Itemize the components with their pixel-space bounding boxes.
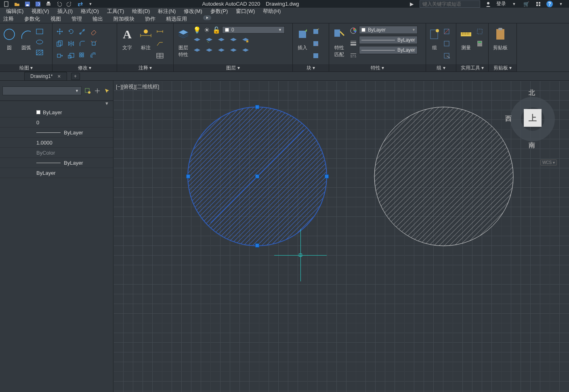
create-block-icon[interactable] (312, 27, 320, 36)
text-button[interactable]: A 文字 (119, 25, 136, 51)
ribbon-tab-param[interactable]: 参数化 (22, 15, 42, 23)
table-icon[interactable] (156, 52, 164, 60)
menu-draw[interactable]: 绘图(D) (132, 8, 150, 15)
qat-dropdown-icon[interactable]: ▼ (87, 1, 94, 7)
layer-thaw-icon[interactable] (217, 47, 225, 55)
group-button[interactable]: 组 (428, 25, 441, 51)
arc-button[interactable]: 圆弧 (19, 25, 34, 51)
match-properties-button[interactable]: 特性 匹配 (331, 25, 348, 58)
select-objects-icon[interactable] (103, 87, 111, 94)
viewcube[interactable]: 上 北 南 西 (508, 89, 557, 145)
save-icon[interactable] (24, 1, 31, 7)
menu-view[interactable]: 视图(V) (31, 8, 49, 15)
prop-row-lineweight[interactable]: ByLayer (0, 158, 113, 168)
leader-icon[interactable] (156, 27, 164, 36)
pickadd-icon[interactable] (94, 87, 101, 94)
new-icon[interactable] (3, 1, 10, 7)
viewcube-top-face[interactable]: 上 (524, 109, 542, 127)
mirror-icon[interactable] (67, 40, 75, 48)
dimension-button[interactable]: 标注 (137, 25, 154, 51)
calculator-icon[interactable] (476, 40, 484, 48)
layer-lock-icon[interactable]: 🔓 (212, 26, 220, 34)
palette-options-icon[interactable]: ▼ (0, 101, 113, 107)
grip-left[interactable] (186, 174, 190, 178)
white-circle[interactable] (373, 106, 514, 247)
block-attr-icon[interactable] (312, 52, 320, 60)
color-dropdown[interactable]: ByLayer▼ (359, 26, 418, 34)
share-icon[interactable]: ⇄ (77, 1, 83, 7)
fillet-icon[interactable] (78, 40, 86, 48)
cart-icon[interactable]: 🛒 (522, 1, 530, 7)
panel-block-title[interactable]: 块 ▾ (293, 64, 329, 71)
viewport-label[interactable]: [−][俯视][二维线框] (116, 83, 159, 90)
add-tab-button[interactable]: + (71, 73, 80, 80)
layer-sun-icon[interactable]: ☀ (203, 26, 211, 34)
prop-row-transparency[interactable]: ByLayer (0, 168, 113, 178)
ungroup-icon[interactable] (443, 27, 451, 36)
panel-properties-title[interactable]: 特性 ▾ (329, 64, 426, 71)
help-dropdown-icon[interactable]: ▼ (557, 1, 565, 7)
login-label[interactable]: 登录 (496, 0, 506, 7)
insert-block-button[interactable]: 插入 (294, 25, 311, 51)
rotate-icon[interactable] (67, 27, 75, 36)
search-play-icon[interactable]: ▶ (407, 1, 416, 7)
select-icon[interactable] (476, 27, 484, 36)
ribbon-tab-manage[interactable]: 管理 (69, 15, 84, 23)
login-dropdown-icon[interactable]: ▼ (510, 1, 518, 7)
menu-window[interactable]: 窗口(W) (236, 8, 255, 15)
group-edit-icon[interactable] (443, 40, 451, 48)
layer-off-icon[interactable] (193, 47, 201, 55)
close-tab-icon[interactable]: × (57, 73, 61, 80)
hatch-icon[interactable] (36, 48, 44, 57)
layer-dropdown[interactable]: 0▼ (222, 26, 285, 34)
explode-icon[interactable] (90, 40, 98, 48)
panel-clipboard-title[interactable]: 剪贴板 ▾ (489, 64, 517, 71)
ribbon-tab-collab[interactable]: 协作 (143, 15, 158, 23)
panel-layer-title[interactable]: 图层 ▾ (174, 64, 292, 71)
panel-draw-title[interactable]: 绘图 ▾ (0, 64, 52, 71)
group-select-icon[interactable] (443, 52, 451, 60)
ribbon-tab-output[interactable]: 输出 (90, 15, 105, 23)
undo-icon[interactable] (56, 1, 62, 7)
layer-freeze-icon[interactable] (229, 36, 237, 44)
wcs-dropdown[interactable]: WCS ▾ (540, 159, 557, 166)
saveas-icon[interactable] (35, 1, 41, 7)
rectangle-icon[interactable] (36, 27, 44, 36)
viewcube-west[interactable]: 西 (505, 115, 512, 123)
menu-help[interactable]: 帮助(H) (263, 8, 281, 15)
clipboard-button[interactable]: 剪贴板 (490, 25, 510, 51)
move-icon[interactable] (56, 27, 64, 36)
app-icon[interactable] (534, 1, 542, 7)
trim-icon[interactable] (78, 27, 86, 36)
panel-group-title[interactable]: 组 ▾ (426, 64, 456, 71)
color-wheel-icon[interactable] (349, 27, 357, 35)
menu-format[interactable]: 格式(O) (81, 8, 99, 15)
quick-select-icon[interactable] (84, 87, 91, 94)
open-icon[interactable] (14, 1, 20, 7)
grip-bottom[interactable] (255, 243, 259, 247)
prop-row-layer[interactable]: 0 (0, 117, 113, 128)
stretch-icon[interactable] (56, 52, 64, 60)
layer-properties-button[interactable]: 图层 特性 (175, 25, 191, 58)
drawing-canvas[interactable]: [−][俯视][二维线框] (113, 81, 569, 392)
panel-util-title[interactable]: 实用工具 ▾ (456, 64, 488, 71)
menu-insert[interactable]: 插入(I) (57, 8, 73, 15)
user-icon[interactable] (484, 1, 492, 7)
layer-unlock-icon[interactable] (229, 47, 237, 55)
layer-previous-icon[interactable] (205, 36, 213, 44)
grip-top[interactable] (255, 105, 259, 109)
layer-lock2-icon[interactable] (241, 36, 250, 44)
array-icon[interactable] (78, 52, 86, 60)
help-icon[interactable]: ? (546, 1, 553, 7)
edit-block-icon[interactable] (312, 40, 320, 48)
menu-tools[interactable]: 工具(T) (107, 8, 124, 15)
multileader-icon[interactable] (156, 40, 164, 48)
prop-row-color[interactable]: ByLayer (0, 107, 113, 117)
ribbon-tab-featured[interactable]: 精选应用 (164, 15, 189, 23)
redo-icon[interactable] (66, 1, 73, 7)
search-input[interactable] (420, 0, 480, 8)
ribbon-tab-view[interactable]: 视图 (48, 15, 63, 23)
plot-icon[interactable] (45, 1, 52, 7)
lineweight-dropdown[interactable]: ByLayer▼ (359, 36, 418, 44)
layer-isolate-icon[interactable] (217, 36, 225, 44)
